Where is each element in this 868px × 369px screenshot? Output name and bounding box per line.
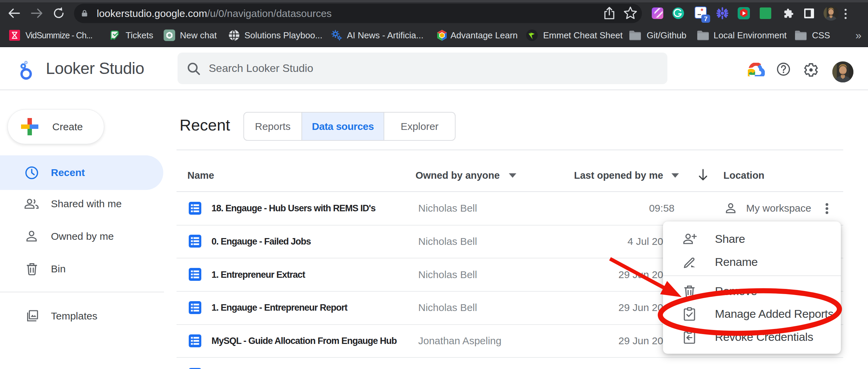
svg-text:7: 7 xyxy=(704,15,708,22)
svg-text:*: * xyxy=(701,7,703,15)
